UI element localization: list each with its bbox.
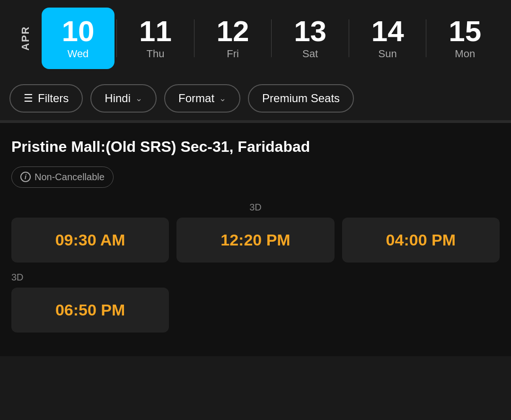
format-label: Format (178, 92, 214, 105)
showtime-0930[interactable]: 09:30 AM (11, 218, 169, 262)
date-day-15: Mon (455, 48, 475, 60)
showtime-0650[interactable]: 06:50 PM (11, 288, 169, 332)
venue-name: Pristine Mall:(Old SRS) Sec-31, Faridaba… (11, 137, 500, 157)
premium-seats-label: Premium Seats (262, 92, 340, 105)
showtime-group-2: 3D 06:50 PM (11, 272, 500, 332)
format-label-3d-1: 3D (11, 202, 500, 213)
date-number-11: 11 (139, 17, 172, 46)
language-button[interactable]: Hindi ⌄ (90, 84, 157, 113)
date-divider-4 (349, 19, 349, 57)
date-divider-1 (116, 19, 117, 57)
showtime-group-1: 3D 09:30 AM 12:20 PM 04:00 PM (11, 202, 500, 262)
date-divider-2 (194, 19, 194, 57)
venue-section: Pristine Mall:(Old SRS) Sec-31, Faridaba… (0, 123, 511, 356)
language-label: Hindi (105, 92, 131, 105)
showtime-0400[interactable]: 04:00 PM (342, 218, 500, 262)
filters-label: Filters (38, 92, 69, 105)
date-day-12: Fri (227, 48, 239, 60)
date-number-14: 14 (371, 17, 404, 46)
showtime-1220[interactable]: 12:20 PM (176, 218, 334, 262)
date-day-14: Sun (379, 48, 397, 60)
date-item-11[interactable]: 11 Thu (119, 8, 192, 69)
date-day-11: Thu (147, 48, 165, 60)
date-number-13: 13 (294, 17, 326, 46)
date-number-12: 12 (217, 17, 249, 46)
filters-button[interactable]: ☰ Filters (9, 84, 83, 113)
filter-icon: ☰ (24, 92, 33, 105)
date-number-15: 15 (449, 17, 481, 46)
date-number-10: 10 (62, 17, 94, 46)
date-item-15[interactable]: 15 Mon (428, 8, 502, 69)
month-label: APR (9, 8, 42, 69)
filter-row: ☰ Filters Hindi ⌄ Format ⌄ Premium Seats (0, 77, 511, 120)
showtime-row-2: 06:50 PM (11, 288, 500, 332)
date-item-10[interactable]: 10 Wed (42, 8, 115, 69)
info-icon: i (20, 172, 31, 182)
date-day-13: Sat (302, 48, 318, 60)
premium-seats-button[interactable]: Premium Seats (248, 84, 354, 113)
non-cancellable-badge: i Non-Cancellable (11, 166, 114, 188)
date-day-10: Wed (68, 48, 89, 60)
date-item-13[interactable]: 13 Sat (273, 8, 347, 69)
date-selector: APR 10 Wed 11 Thu 12 Fri 13 Sat 14 Sun 1… (0, 0, 511, 77)
format-label-3d-2: 3D (11, 272, 500, 283)
date-divider-3 (271, 19, 272, 57)
date-item-14[interactable]: 14 Sun (351, 8, 424, 69)
format-chevron-icon: ⌄ (219, 93, 226, 104)
showtime-row-1: 09:30 AM 12:20 PM 04:00 PM (11, 218, 500, 262)
badge-text: Non-Cancellable (35, 172, 105, 183)
date-item-12[interactable]: 12 Fri (196, 8, 270, 69)
date-divider-5 (426, 19, 426, 57)
language-chevron-icon: ⌄ (135, 93, 142, 104)
format-button[interactable]: Format ⌄ (164, 84, 240, 113)
